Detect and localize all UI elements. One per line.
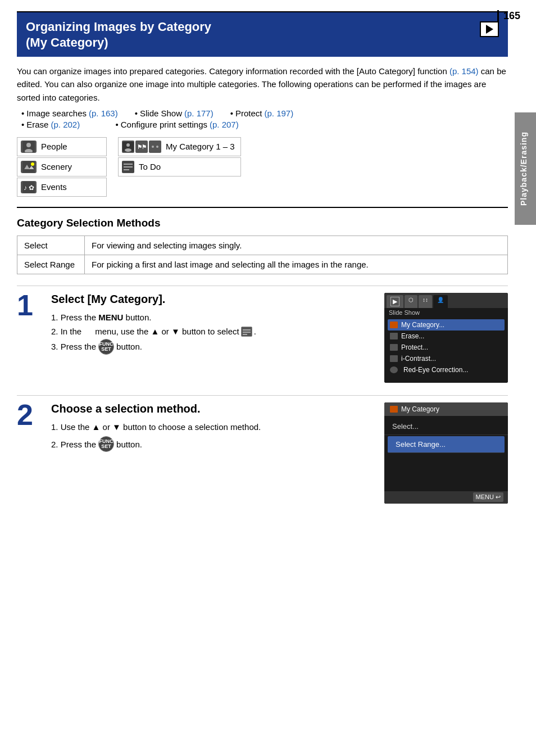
- intro-link1[interactable]: (p. 154): [449, 66, 479, 76]
- func-set-button-2: FUNCSET: [98, 436, 114, 452]
- svg-text:⚑: ⚑: [142, 144, 147, 150]
- bullet-link-erase[interactable]: (p. 202): [51, 120, 80, 129]
- side-tab: Playback/Erasing: [515, 112, 536, 225]
- section-divider-1: [17, 207, 508, 208]
- step-2-image: My Category Select... Select Range... ME…: [384, 402, 508, 504]
- select-icon-inline: [241, 327, 252, 337]
- svg-point-19: [156, 146, 158, 148]
- people-icon: [21, 141, 37, 153]
- cam-menu-item-redeye: Red-Eye Correction...: [388, 364, 505, 375]
- title-line1: Organizing Images by Category: [26, 20, 211, 34]
- cam-tabs: ▶ ⬡ ↕↕ 👤: [384, 293, 508, 308]
- method-name-select: Select: [17, 236, 85, 255]
- cam-tab-play: ▶: [387, 295, 403, 308]
- title-block: Organizing Images by Category (My Catego…: [17, 12, 508, 57]
- slide-show-text: Slide Show: [384, 308, 508, 317]
- cam-item-icon-redeye: [390, 366, 398, 373]
- svg-point-18: [152, 146, 154, 148]
- svg-rect-17: [149, 142, 161, 152]
- camera-menu-1: ▶ ⬡ ↕↕ 👤 Slide Show My Category...: [384, 293, 508, 383]
- play-triangle: [486, 25, 493, 34]
- bullet-text-slideshow: Slide Show: [140, 108, 182, 118]
- cat-label-scenery: Scenery: [41, 162, 72, 171]
- methods-section-title: Category Selection Methods: [17, 217, 508, 231]
- cam-item-icon-erase: [390, 333, 398, 339]
- bullet-item-slideshow: • Slide Show (p. 177): [135, 108, 214, 118]
- page-number: 165: [497, 10, 520, 22]
- cam-menu2-title: My Category: [384, 402, 508, 416]
- bullet-text-searches: Image searches: [26, 108, 87, 118]
- step-2-instructions: 1. Use the ▲ or ▼ button to choose a sel…: [51, 420, 375, 452]
- step-1-block: 1 Select [My Category]. 1. Press the MEN…: [17, 286, 508, 390]
- steps-container: 1 Select [My Category]. 1. Press the MEN…: [17, 286, 508, 510]
- methods-table: Select For viewing and selecting images …: [17, 236, 508, 274]
- bullet-item-protect: • Protect (p. 197): [230, 108, 294, 118]
- cam-menu-item-erase: Erase...: [388, 331, 505, 342]
- step-2-number: 2: [17, 400, 42, 504]
- category-table: People Scenery: [17, 137, 508, 197]
- events-icon: ♪ ✿: [21, 181, 37, 193]
- bullet-text-print: Configure print settings: [121, 120, 207, 129]
- func-set-button-1: FUNCSET: [98, 339, 114, 355]
- cat-label-todo: To Do: [139, 162, 161, 171]
- mc-icon-1: [122, 141, 134, 153]
- method-desc-select: For viewing and selecting images singly.: [85, 236, 508, 255]
- cam-menu-item-mycategory: My Category...: [388, 319, 505, 331]
- step-1-inst-3: 3. Press the FUNCSET button.: [51, 339, 375, 355]
- mc-icon-3: [149, 141, 161, 153]
- cat-label-people: People: [41, 142, 67, 151]
- svg-rect-6: [22, 169, 35, 173]
- bullet-link-slideshow[interactable]: (p. 177): [184, 108, 214, 118]
- bullet-link-protect[interactable]: (p. 197): [265, 108, 294, 118]
- cam-menu2-item-select: Select...: [384, 418, 508, 435]
- cam-menu2-title-text: My Category: [401, 405, 439, 413]
- page-title: Organizing Images by Category (My Catego…: [26, 19, 211, 50]
- cat-row-mycategory: ⚑ ⚑ My Category 1 – 3: [118, 137, 241, 156]
- cam-menu-item-icontrast: i-Contrast...: [388, 353, 505, 364]
- cam-menu2-items: Select... Select Range...: [384, 416, 508, 456]
- step-2-inst-1: 1. Use the ▲ or ▼ button to choose a sel…: [51, 420, 375, 434]
- step-1-instructions: 1. Press the MENU button. 2. In the menu…: [51, 310, 375, 355]
- playback-mode-icon: [480, 21, 499, 37]
- step-2-title: Choose a selection method.: [51, 402, 375, 415]
- step-2-content: Choose a selection method. 1. Use the ▲ …: [51, 402, 375, 504]
- cat-label-mycategory: My Category 1 – 3: [166, 142, 235, 151]
- cat-row-scenery: Scenery: [17, 157, 107, 176]
- todo-icon: [122, 161, 134, 173]
- cat-col-left: People Scenery: [17, 137, 107, 197]
- step-1-number: 1: [17, 291, 42, 383]
- mycategory-icons: ⚑ ⚑: [122, 141, 161, 153]
- cam-menu2-bottom: MENU ↩: [384, 491, 508, 504]
- bullet-list: • Image searches (p. 163) • Slide Show (…: [21, 108, 508, 129]
- cat-row-people: People: [17, 137, 107, 156]
- cat-row-todo: To Do: [118, 157, 241, 176]
- method-desc-range: For picking a first and last image and s…: [85, 255, 508, 274]
- bullet-row-2: • Erase (p. 202) • Configure print setti…: [21, 120, 508, 129]
- cat-label-events: Events: [41, 182, 67, 192]
- cam-menu2-title-icon: [390, 406, 398, 413]
- cat-row-events: ♪ ✿ Events: [17, 178, 107, 197]
- step-1-inst-1: 1. Press the MENU button.: [51, 310, 375, 325]
- bullet-item-print: • Configure print settings (p. 207): [97, 120, 239, 129]
- svg-point-7: [31, 162, 34, 166]
- cam-menu-items: My Category... Erase... Protect...: [384, 317, 508, 378]
- bullet-link-searches[interactable]: (p. 163): [89, 108, 118, 118]
- cam-tab-2: ↕↕: [419, 295, 432, 308]
- playback-menu-inline-icon: [83, 328, 93, 336]
- table-row: Select For viewing and selecting images …: [17, 236, 508, 255]
- bullet-text-protect: Protect: [235, 108, 262, 118]
- title-line2: (My Category): [26, 35, 108, 49]
- svg-text:✿: ✿: [29, 184, 34, 192]
- bullet-link-print[interactable]: (p. 207): [210, 120, 239, 129]
- method-name-range: Select Range: [17, 255, 85, 274]
- bullet-text-erase: Erase: [26, 120, 48, 129]
- svg-point-13: [125, 148, 131, 152]
- cam-item-icon-protect: [390, 344, 398, 351]
- step-1-title: Select [My Category].: [51, 293, 375, 306]
- cam-tab-person: 👤: [433, 295, 448, 308]
- cam-menu-item-protect: Protect...: [388, 342, 505, 353]
- step-1-inst-2: 2. In the menu, use the ▲ or ▼ button to…: [51, 324, 375, 339]
- menu-back-label: MENU ↩: [473, 492, 503, 502]
- step-2-inst-2: 2. Press the FUNCSET button.: [51, 436, 375, 452]
- table-row: Select Range For picking a first and las…: [17, 255, 508, 274]
